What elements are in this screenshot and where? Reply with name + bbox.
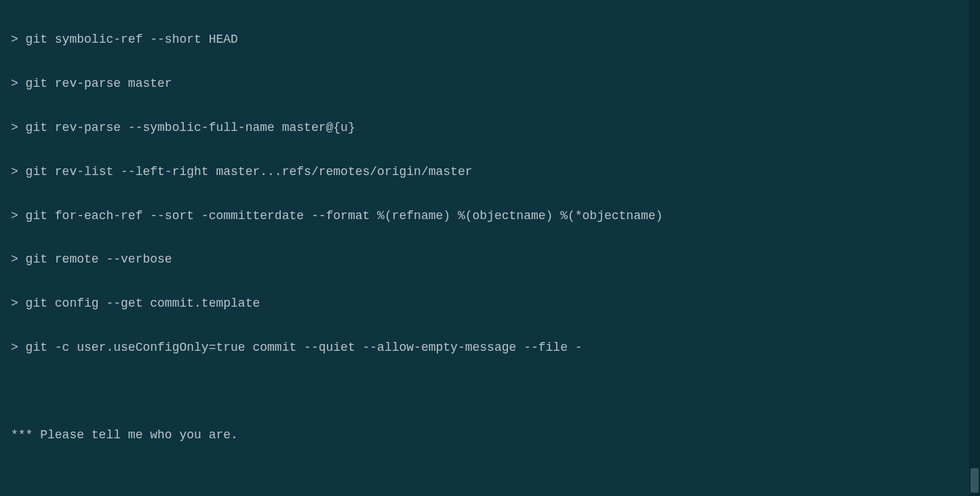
prompt: > [11, 297, 26, 310]
command-text: git -c user.useConfigOnly=true commit --… [26, 341, 583, 354]
scrollbar-track[interactable] [969, 0, 980, 496]
prompt: > [11, 209, 26, 223]
command-line: > git symbolic-ref --short HEAD [11, 28, 969, 50]
command-line: > git rev-list --left-right master...ref… [11, 161, 969, 183]
command-line: > git -c user.useConfigOnly=true commit … [11, 337, 969, 358]
output-line: *** Please tell me who you are. [11, 424, 969, 446]
command-text: git for-each-ref --sort -committerdate -… [26, 209, 663, 223]
scrollbar-thumb[interactable] [971, 468, 979, 493]
prompt: > [11, 33, 26, 46]
command-line: > git rev-parse --symbolic-full-name mas… [11, 117, 969, 138]
command-line: > git rev-parse master [11, 73, 969, 94]
prompt: > [11, 77, 26, 90]
command-line: > git for-each-ref --sort -committerdate… [11, 205, 969, 227]
prompt: > [11, 121, 26, 134]
command-line: > git remote --verbose [11, 248, 969, 270]
blank-line [11, 381, 969, 402]
blank-line [11, 468, 969, 490]
prompt: > [11, 341, 26, 354]
terminal-output[interactable]: > git symbolic-ref --short HEAD > git re… [11, 7, 969, 496]
command-text: git rev-parse master [26, 77, 172, 90]
prompt: > [11, 252, 26, 266]
command-text: git rev-list --left-right master...refs/… [26, 165, 473, 178]
command-text: git remote --verbose [26, 252, 172, 266]
command-text: git symbolic-ref --short HEAD [26, 33, 238, 46]
command-line: > git config --get commit.template [11, 292, 969, 314]
command-text: git config --get commit.template [26, 297, 260, 310]
prompt: > [11, 165, 26, 178]
command-text: git rev-parse --symbolic-full-name maste… [26, 121, 355, 134]
